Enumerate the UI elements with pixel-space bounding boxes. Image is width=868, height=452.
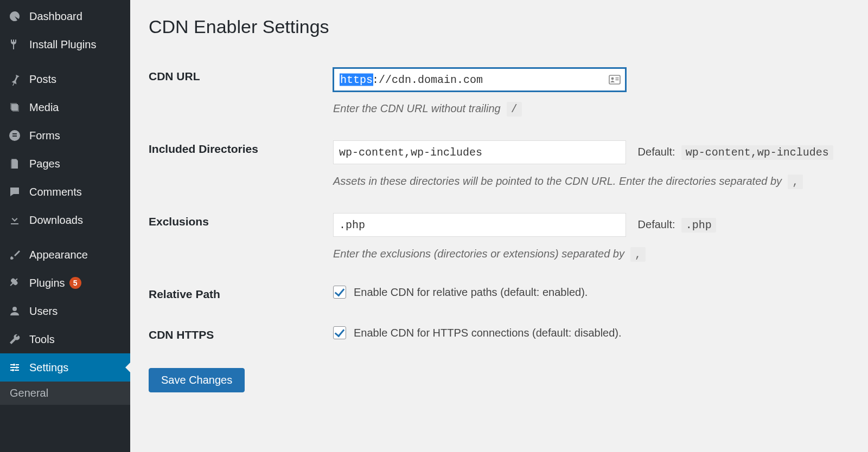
dashboard-icon xyxy=(7,8,23,24)
plugin-icon xyxy=(7,275,23,291)
exclusions-help-code: , xyxy=(630,247,646,262)
svg-rect-2 xyxy=(12,135,17,137)
sidebar-item-label: Plugins xyxy=(29,277,65,289)
cdn-url-help: Enter the CDN URL without trailing xyxy=(333,102,501,114)
cdn-https-checkbox-text: Enable CDN for HTTPS connections (defaul… xyxy=(354,327,622,339)
settings-form-table: CDN URL https Enter the CDN URL without … xyxy=(149,59,850,358)
exclusions-default-label: Default: xyxy=(638,218,675,230)
sidebar-item-forms[interactable]: Forms xyxy=(0,121,130,150)
sidebar-item-comments[interactable]: Comments xyxy=(0,178,130,206)
comment-icon xyxy=(7,184,23,200)
sidebar-item-installplug[interactable]: Install Plugins xyxy=(0,30,130,59)
sidebar-item-label: Dashboard xyxy=(29,10,82,23)
field-label-exclusions: Exclusions xyxy=(149,204,333,277)
sidebar-item-posts[interactable]: Posts xyxy=(0,65,130,93)
included-directories-help-code: , xyxy=(788,175,803,189)
relative-path-checkbox[interactable] xyxy=(333,286,346,299)
forms-icon xyxy=(7,127,23,144)
field-label-included-directories: Included Directories xyxy=(149,132,333,204)
cdn-url-input[interactable] xyxy=(333,68,626,92)
sidebar-item-pages[interactable]: Pages xyxy=(0,150,130,178)
pin-icon xyxy=(7,71,23,87)
plug-icon xyxy=(7,36,23,53)
wrench-icon xyxy=(7,331,23,347)
svg-point-5 xyxy=(16,366,18,369)
sliders-icon xyxy=(7,359,23,376)
relative-path-label[interactable]: Enable CDN for relative paths (default: … xyxy=(333,286,588,299)
contact-card-icon xyxy=(609,75,621,85)
page-title: CDN Enabler Settings xyxy=(149,16,850,37)
sidebar-item-label: Forms xyxy=(29,130,60,142)
cdn-https-label[interactable]: Enable CDN for HTTPS connections (defaul… xyxy=(333,326,622,339)
field-label-relative-path: Relative Path xyxy=(149,277,333,318)
cdn-url-help-code: / xyxy=(507,102,522,117)
sidebar-item-media[interactable]: Media xyxy=(0,93,130,121)
sidebar-badge-plugins: 5 xyxy=(69,277,81,289)
sidebar-item-label: Downloads xyxy=(29,214,83,227)
sidebar-item-label: Comments xyxy=(29,186,82,198)
svg-point-6 xyxy=(12,369,14,371)
sidebar-item-label: Install Plugins xyxy=(29,38,96,51)
svg-rect-9 xyxy=(616,78,619,79)
sidebar-item-tools[interactable]: Tools xyxy=(0,325,130,353)
sidebar-item-settings[interactable]: Settings xyxy=(0,353,130,382)
sidebar-item-dashboard[interactable]: Dashboard xyxy=(0,2,130,30)
sidebar-item-downloads[interactable]: Downloads xyxy=(0,206,130,234)
sidebar-item-label: Tools xyxy=(29,333,55,346)
sidebar-item-label: Posts xyxy=(29,73,56,86)
brush-icon xyxy=(7,247,23,263)
included-directories-help: Assets in these directories will be poin… xyxy=(333,175,782,187)
user-icon xyxy=(7,303,23,319)
download-icon xyxy=(7,212,23,228)
relative-path-checkbox-text: Enable CDN for relative paths (default: … xyxy=(354,286,588,299)
exclusions-help: Enter the exclusions (directories or ext… xyxy=(333,248,624,260)
sidebar-item-label: Pages xyxy=(29,158,60,170)
svg-point-3 xyxy=(12,307,17,311)
sidebar-item-label: Users xyxy=(29,305,58,318)
settings-content: CDN Enabler Settings CDN URL https Enter… xyxy=(130,0,868,452)
field-label-cdn-https: CDN HTTPS xyxy=(149,318,333,358)
svg-point-8 xyxy=(611,78,614,80)
media-icon xyxy=(7,99,23,115)
included-directories-input[interactable] xyxy=(333,140,626,164)
included-directories-default-code: wp-content,wp-includes xyxy=(681,145,833,160)
cdn-https-checkbox[interactable] xyxy=(333,326,346,339)
included-directories-default-label: Default: xyxy=(638,146,675,158)
sidebar-item-plugins[interactable]: Plugins5 xyxy=(0,269,130,297)
admin-sidebar: DashboardInstall PluginsPostsMediaFormsP… xyxy=(0,0,130,452)
sidebar-item-label: Settings xyxy=(29,361,68,374)
svg-point-4 xyxy=(13,364,15,366)
pages-icon xyxy=(7,156,23,172)
sidebar-item-label: Appearance xyxy=(29,249,88,261)
field-label-cdn-url: CDN URL xyxy=(149,59,333,132)
sidebar-item-label: Media xyxy=(29,101,59,114)
sidebar-subitem-general[interactable]: General xyxy=(0,382,130,405)
svg-rect-10 xyxy=(616,80,619,81)
exclusions-default-code: .php xyxy=(681,218,716,233)
sidebar-item-appearance[interactable]: Appearance xyxy=(0,241,130,269)
svg-rect-1 xyxy=(12,133,17,134)
exclusions-input[interactable] xyxy=(333,213,626,237)
save-changes-button[interactable]: Save Changes xyxy=(149,368,245,392)
sidebar-item-users[interactable]: Users xyxy=(0,297,130,325)
